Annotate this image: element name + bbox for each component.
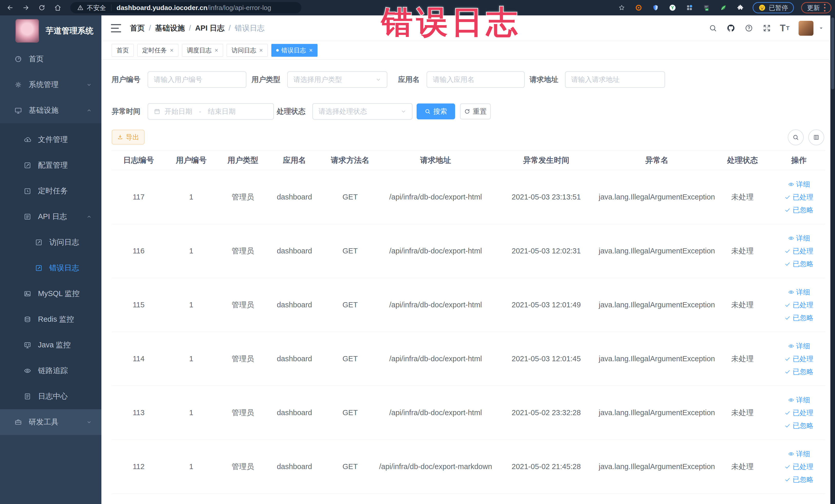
action-0-link[interactable]: 详细 — [788, 234, 810, 243]
extensions-puzzle-icon[interactable] — [735, 3, 746, 13]
app-name-input[interactable]: 请输入应用名 — [427, 72, 525, 88]
process-status-placeholder: 请选择处理状态 — [319, 107, 367, 116]
column-settings-button[interactable] — [808, 129, 824, 145]
address-bar[interactable]: 不安全 dashboard.yudao.iocoder.cn/infra/log… — [70, 2, 301, 13]
file-icon — [24, 136, 31, 143]
sidebar-item-9[interactable]: MySQL 监控 — [0, 281, 101, 306]
process-status-select[interactable]: 请选择处理状态 — [312, 103, 412, 120]
extension-green-y-icon[interactable]: Y — [667, 3, 678, 13]
action-2-link[interactable]: 已忽略 — [785, 421, 813, 430]
browser-menu-icon[interactable] — [824, 3, 826, 12]
app-logo-image — [15, 19, 39, 43]
user-type-select[interactable]: 请选择用户类型 — [287, 72, 387, 88]
action-1-link[interactable]: 已处理 — [785, 246, 813, 256]
fullscreen-icon[interactable] — [761, 23, 772, 33]
font-size-icon[interactable]: TT — [779, 23, 790, 33]
extension-shield-icon[interactable] — [650, 3, 661, 13]
scrollbar[interactable] — [830, 15, 835, 504]
sidebar-item-10[interactable]: Redis 监控 — [0, 306, 101, 332]
app-logo-row[interactable]: 芋道管理系统 — [0, 15, 101, 46]
sidebar-item-6[interactable]: API 日志 — [0, 204, 101, 229]
export-button[interactable]: 导出 — [111, 130, 144, 144]
close-icon[interactable]: × — [170, 47, 174, 54]
breadcrumb-item-1[interactable]: 基础设施 — [155, 23, 185, 33]
avatar[interactable] — [798, 21, 813, 36]
reset-button[interactable]: 重置 — [460, 103, 491, 119]
breadcrumb-item-2[interactable]: API 日志 — [195, 23, 224, 33]
avatar-caret-icon[interactable] — [819, 26, 824, 31]
tag-2[interactable]: 调度日志× — [182, 44, 223, 57]
column-header-3: 应用名 — [269, 150, 320, 170]
action-label: 已忽略 — [793, 313, 813, 322]
close-icon[interactable]: × — [309, 47, 313, 54]
action-2-link[interactable]: 已忽略 — [785, 205, 813, 215]
help-icon[interactable] — [744, 23, 754, 33]
action-2-link[interactable]: 已忽略 — [785, 367, 813, 377]
tag-1[interactable]: 定时任务× — [137, 44, 178, 57]
exception-cell: java.lang.IllegalArgumentException — [602, 224, 712, 278]
close-icon[interactable]: × — [259, 47, 263, 54]
check-icon — [785, 207, 793, 213]
table-row: 1171管理员dashboardGET/api/infra/db-doc/exp… — [111, 170, 825, 224]
action-0-link[interactable]: 详细 — [788, 396, 810, 405]
breadcrumb-item-0[interactable]: 首页 — [130, 23, 145, 33]
sidebar-item-5[interactable]: 定时任务 — [0, 178, 101, 204]
tag-0[interactable]: 首页 — [111, 44, 134, 57]
bookmark-star-icon[interactable] — [616, 3, 627, 13]
actions-cell: 详细已处理已忽略 — [773, 278, 825, 332]
scrollbar-thumb[interactable] — [831, 18, 834, 89]
close-icon[interactable]: × — [215, 47, 218, 54]
collapse-sidebar-icon[interactable] — [111, 23, 121, 34]
action-2-link[interactable]: 已忽略 — [785, 313, 813, 322]
action-2-link[interactable]: 已忽略 — [785, 475, 813, 484]
check-icon — [785, 248, 793, 254]
action-label: 详细 — [796, 234, 810, 243]
error-log-table: 日志编号用户编号用户类型应用名请求方法名请求地址异常发生时间异常名处理状态操作 … — [111, 150, 825, 494]
browser-back-button[interactable] — [4, 2, 16, 14]
sidebar-item-1[interactable]: 系统管理 — [0, 72, 101, 98]
time-cell: 2021-05-02 21:45:28 — [491, 440, 602, 493]
sidebar-item-12[interactable]: 链路追踪 — [0, 358, 101, 384]
tag-3[interactable]: 访问日志× — [227, 44, 268, 57]
action-1-link[interactable]: 已处理 — [785, 300, 813, 310]
sidebar-item-2[interactable]: 基础设施 — [0, 98, 101, 123]
actions-cell: 详细已处理已忽略 — [773, 170, 825, 224]
extension-on-badge-icon[interactable]: on — [701, 3, 712, 13]
paused-extension-button[interactable]: 已暂停 — [753, 2, 794, 13]
sidebar-item-7[interactable]: 访问日志 — [0, 229, 101, 255]
sidebar-item-13[interactable]: 日志中心 — [0, 384, 101, 409]
toggle-search-button[interactable] — [788, 129, 804, 145]
browser-reload-button[interactable] — [36, 2, 48, 14]
action-1-link[interactable]: 已处理 — [785, 408, 813, 418]
calendar-icon — [154, 108, 160, 115]
extension-grid-icon[interactable] — [684, 3, 695, 13]
sidebar-item-8[interactable]: 错误日志 — [0, 255, 101, 281]
sidebar-item-3[interactable]: 文件管理 — [0, 123, 101, 153]
sidebar-item-4[interactable]: 配置管理 — [0, 153, 101, 178]
request-url-cell: /api/infra/db-doc/export-html — [380, 278, 491, 332]
exception-time-range-picker[interactable]: 开始日期 - 结束日期 — [148, 103, 274, 120]
sidebar-item-0[interactable]: 首页 — [0, 46, 101, 72]
search-icon[interactable] — [708, 23, 718, 33]
action-0-link[interactable]: 详细 — [788, 287, 810, 297]
action-0-link[interactable]: 详细 — [788, 180, 810, 189]
update-browser-button[interactable]: 更新 — [801, 2, 831, 13]
action-1-link[interactable]: 已处理 — [785, 354, 813, 364]
sidebar-item-11[interactable]: Java 监控 — [0, 332, 101, 358]
github-icon[interactable] — [726, 23, 736, 33]
url-host: dashboard.yudao.iocoder.cn — [117, 4, 207, 12]
sidebar-item-14[interactable]: 研发工具 — [0, 409, 101, 435]
action-1-link[interactable]: 已处理 — [785, 462, 813, 471]
action-0-link[interactable]: 详细 — [788, 449, 810, 459]
action-0-link[interactable]: 详细 — [788, 341, 810, 351]
request-url-input[interactable]: 请输入请求地址 — [565, 72, 665, 88]
action-2-link[interactable]: 已忽略 — [785, 259, 813, 268]
extension-orange-icon[interactable] — [633, 3, 644, 13]
tag-4[interactable]: 错误日志× — [271, 44, 318, 57]
action-1-link[interactable]: 已处理 — [785, 193, 813, 202]
search-button[interactable]: 搜索 — [416, 103, 455, 119]
browser-forward-button[interactable] — [20, 2, 32, 14]
browser-home-button[interactable] — [52, 2, 64, 14]
extension-leaf-icon[interactable] — [718, 3, 729, 13]
user-id-input[interactable]: 请输入用户编号 — [148, 72, 246, 88]
